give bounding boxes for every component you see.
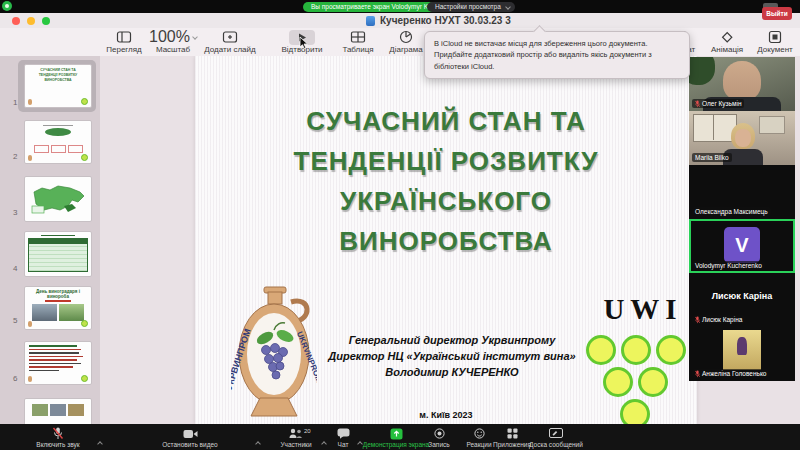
video-options-caret[interactable]: [256, 432, 260, 450]
pie-chart-icon: [382, 30, 430, 44]
record-button[interactable]: Запись: [418, 427, 460, 449]
mini-photo: [59, 304, 84, 321]
slide-navigator: СУЧАСНИЙ СТАН ТА ТЕНДЕНЦІЇ РОЗВИТКУ ВИНО…: [0, 56, 100, 424]
slide-canvas[interactable]: СУЧАСНИЙ СТАН ТА ТЕНДЕНЦІЇ РОЗВИТКУ УКРА…: [195, 56, 697, 424]
slide-number: 2: [13, 152, 17, 161]
mini-uwi-icon: [81, 154, 88, 161]
mini-amphora-icon: [28, 99, 32, 105]
video-tile-volodymyr-kucherenko[interactable]: V Volodymyr Kucherenko: [689, 219, 795, 273]
stop-video-button[interactable]: Остановить видео: [130, 427, 250, 449]
mini-uwi-icon: [81, 98, 88, 105]
participant-center-name: Лисюк Каріна: [689, 291, 795, 301]
muted-mic-icon: [695, 370, 700, 378]
participant-name-label: Анжеліна Головенько: [692, 369, 769, 378]
mini-ukraine-map: [28, 180, 88, 218]
zoom-control[interactable]: 100% Масштаб: [150, 30, 196, 54]
author-line: Директор НЦ «Український інститут вина»: [292, 348, 612, 364]
leave-meeting-button[interactable]: Выйти: [762, 7, 792, 20]
mini-amphora-icon: [28, 376, 32, 382]
minimize-window-button[interactable]: [27, 17, 35, 25]
participants-button[interactable]: 20 Участники: [268, 427, 324, 449]
slide-thumbnail-7[interactable]: [24, 398, 92, 424]
slide-number: 1: [13, 98, 17, 107]
video-tile-anzhelina-holovenko[interactable]: Анжеліна Головенько: [689, 327, 795, 381]
photo-figure: [737, 337, 747, 355]
close-window-button[interactable]: [12, 17, 20, 25]
muted-mic-icon: [695, 100, 700, 108]
mini-diagram-oval: [45, 128, 71, 136]
table-button[interactable]: Таблиця: [336, 30, 380, 54]
participants-count-badge: 20: [304, 427, 311, 436]
participant-face: [723, 61, 761, 101]
animate-button[interactable]: Анімація: [704, 30, 750, 54]
whiteboard-button[interactable]: Доска сообщений: [522, 427, 590, 449]
mini-amphora-icon: [28, 321, 32, 327]
slide-thumbnail-5[interactable]: День виноградаря і винороба: [24, 286, 92, 330]
unmute-button[interactable]: Включить звук: [20, 427, 96, 449]
participants-icon: 20: [268, 427, 324, 440]
mouse-cursor: [299, 36, 309, 54]
author-line: Володимир КУЧЕРЕНКО: [292, 364, 612, 380]
chevron-down-icon: [505, 4, 511, 10]
avatar-initial: V: [724, 227, 760, 263]
video-tile-oleksandra-maksymets[interactable]: Олександра Максимець: [689, 165, 795, 219]
whiteboard-icon: [522, 427, 590, 440]
video-tile-oleg-kuzmin[interactable]: Олег Кузьмін: [689, 57, 795, 111]
uwi-grape-circle: [586, 335, 616, 365]
video-tile-lysiuk-karina[interactable]: Лисюк Каріна Лисюк Каріна: [689, 273, 795, 327]
add-slide-icon: [200, 30, 260, 44]
uwi-grape-circle: [621, 335, 651, 365]
slide-thumbnail-3[interactable]: [24, 176, 92, 222]
icloud-notification-text: В iCloud не вистачає місця для збереженн…: [434, 39, 652, 71]
mini-photo: [68, 404, 84, 416]
author-line: Генеральний директор Укрвинпрому: [292, 332, 612, 348]
participant-name-label: Олег Кузьмін: [692, 99, 744, 108]
mini-photo: [50, 404, 66, 416]
table-icon: [336, 30, 380, 44]
participant-name-label: Олександра Максимець: [692, 207, 771, 216]
slide-number: 3: [13, 208, 17, 217]
slide-author-block: Генеральний директор Укрвинпрому Директо…: [292, 332, 612, 380]
muted-mic-icon: [20, 427, 96, 440]
record-icon: [418, 427, 460, 440]
participants-options-caret[interactable]: [322, 432, 326, 450]
slide-title-line: УКРАЇНСЬКОГО: [195, 186, 697, 217]
slide-thumbnail-4[interactable]: [24, 231, 92, 277]
mic-options-caret[interactable]: [98, 432, 102, 450]
slide-thumbnail-2[interactable]: [24, 120, 92, 164]
mini-uwi-icon: [81, 320, 88, 327]
slide-title-line: ТЕНДЕНЦІЇ РОЗВИТКУ: [195, 146, 697, 177]
video-tile-mariia-bilko[interactable]: Mariia Bilko: [689, 111, 795, 165]
uwi-grape-circle: [638, 367, 668, 397]
slide-number: 4: [13, 264, 17, 273]
uwi-grape-circle: [603, 367, 633, 397]
document-panel-icon: [752, 30, 798, 44]
slide-number: 5: [13, 316, 17, 325]
slide-title-line: СУЧАСНИЙ СТАН ТА: [195, 106, 697, 137]
wall-art-decor: [759, 116, 785, 134]
slide-thumbnail-1[interactable]: СУЧАСНИЙ СТАН ТА ТЕНДЕНЦІЇ РОЗВИТКУ ВИНО…: [24, 64, 92, 108]
participant-name-label: Mariia Bilko: [692, 153, 732, 162]
mini-table: [28, 238, 88, 272]
camera-icon: [130, 427, 250, 440]
zoom-window-button[interactable]: [42, 17, 50, 25]
recording-indicator-icon: [2, 1, 12, 11]
view-button[interactable]: Перегляд: [100, 30, 148, 54]
diamond-icon: [704, 30, 750, 44]
mini-photo: [32, 304, 57, 321]
participant-name-label: Лисюк Каріна: [692, 315, 745, 324]
keynote-workspace: СУЧАСНИЙ СТАН ТА ТЕНДЕНЦІЇ РОЗВИТКУ УКРА…: [0, 56, 800, 424]
mini-uwi-icon: [81, 375, 88, 382]
document-button[interactable]: Документ: [752, 30, 798, 54]
chart-button[interactable]: Діаграма: [382, 30, 430, 54]
view-settings-dropdown[interactable]: Настройки просмотра: [427, 2, 515, 12]
uwi-grape-circle: [656, 335, 686, 365]
add-slide-button[interactable]: Додати слайд: [200, 30, 260, 54]
slide-thumbnail-6[interactable]: [24, 341, 92, 385]
participant-face: [735, 129, 751, 147]
document-title: Кучеренко НУХТ 30.03.23 3: [380, 15, 511, 26]
icloud-storage-notification: В iCloud не вистачає місця для збереженн…: [424, 31, 690, 79]
mini-photo: [32, 404, 48, 416]
muted-mic-icon: [695, 316, 700, 324]
mini-amphora-icon: [28, 155, 32, 161]
